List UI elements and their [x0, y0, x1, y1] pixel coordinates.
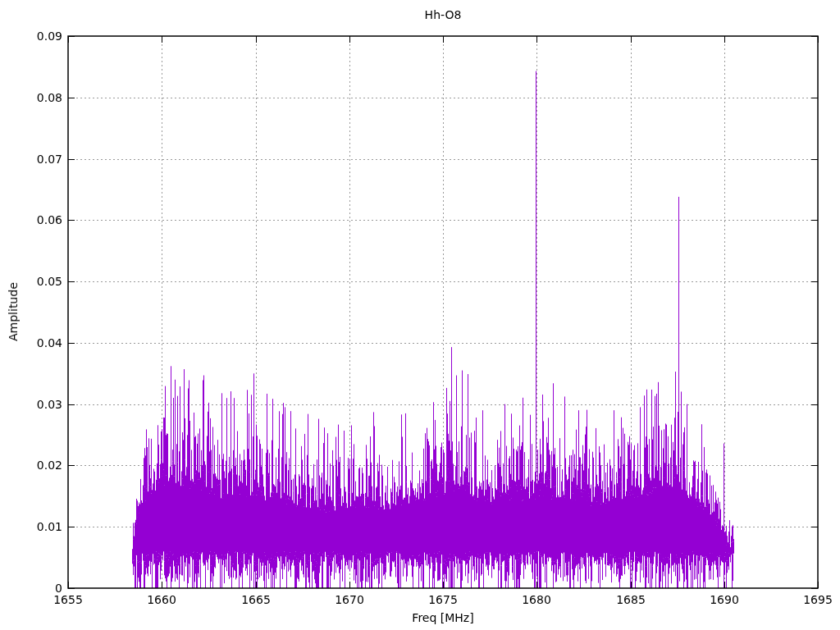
- x-axis-label: Freq [MHz]: [68, 611, 818, 624]
- y-tick-label: 0.07: [0, 153, 62, 166]
- chart-title: Hh-O8: [68, 8, 818, 21]
- x-tick-label: 1685: [606, 593, 655, 606]
- y-tick-label: 0.09: [0, 30, 62, 43]
- y-tick-label: 0.04: [0, 336, 62, 349]
- x-tick-label: 1665: [231, 593, 281, 606]
- y-tick-label: 0.05: [0, 275, 62, 288]
- x-tick-label: 1660: [137, 593, 186, 606]
- y-tick-label: 0.08: [0, 91, 62, 104]
- y-tick-label: 0.03: [0, 398, 62, 411]
- x-tick-label: 1675: [418, 593, 468, 606]
- y-tick-label: 0.06: [0, 213, 62, 226]
- y-axis-label: Amplitude: [7, 282, 20, 341]
- x-tick-label: 1670: [325, 593, 374, 606]
- x-tick-label: 1655: [43, 593, 93, 606]
- y-tick-label: 0: [0, 582, 62, 595]
- y-tick-label: 0.02: [0, 459, 62, 472]
- x-tick-label: 1690: [700, 593, 749, 606]
- spectrum-chart: Hh-O8 Amplitude Freq [MHz] 1655166016651…: [0, 0, 840, 630]
- plot-canvas: [0, 0, 840, 630]
- x-tick-label: 1680: [512, 593, 561, 606]
- x-tick-label: 1695: [793, 593, 840, 606]
- y-tick-label: 0.01: [0, 520, 62, 533]
